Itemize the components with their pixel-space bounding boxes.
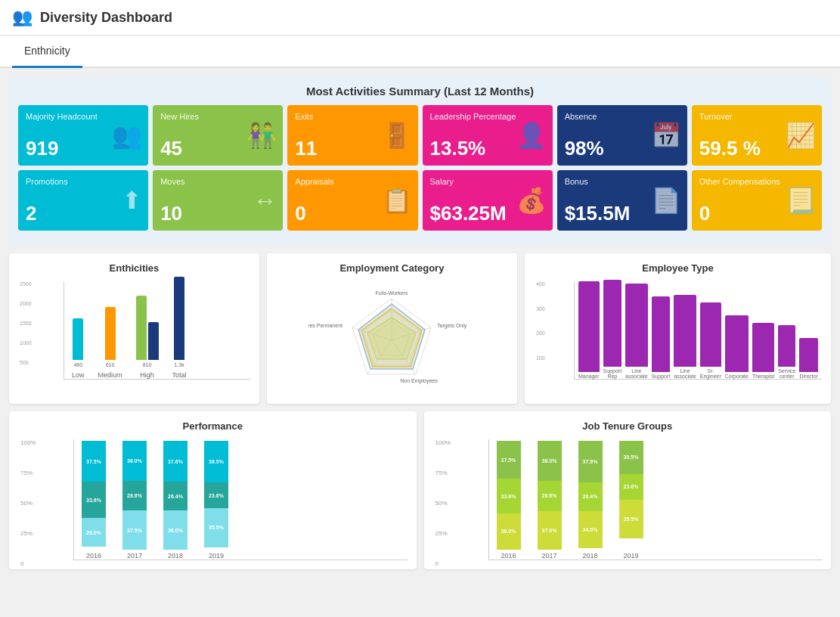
employee-type-title: Employee Type [534,262,822,274]
stack-segment: 33.6% [497,479,521,513]
kpi-icon: ⬆ [122,186,142,215]
enthicities-bars: 460Low610Medium810High1.3kTotal [64,281,250,380]
kpi-row-2: Promotions 2 ⬆ Moves 10 ↔ Appraisals 0 📋… [18,170,822,231]
performance-area: 100% 75% 50% 25% 0 37.5%33.6%26.0%201638… [18,439,408,560]
stacked-bar: 38.0%28.6%37.5% [122,441,147,550]
bar-x-label: Medium [98,371,122,379]
employment-category-title: Employment Category [276,262,508,274]
job-tenure-area: 100% 75% 50% 25% 0 37.5%33.6%36.0%201638… [433,439,823,560]
emp-bar [625,284,648,367]
stack-segment: 28.6% [122,481,147,511]
kpi-icon: 💰 [516,186,547,215]
stacked-bar: 38.0%28.6%37.0% [538,441,562,550]
svg-text:Inactives Permanent: Inactives Permanent [308,323,343,328]
kpi-row-1: Majority Headcount 919 👥 New Hires 45 👫 … [18,105,822,166]
performance-title: Performance [18,420,408,432]
stack-segment: 26.4% [578,482,603,511]
summary-title: Most Activities Summary (Last 12 Months) [18,85,822,98]
stacked-bar-group: 38.0%28.6%37.0%2017 [538,441,562,560]
stacked-bar-group: 37.9%26.4%34.0%2018 [578,441,603,560]
stacked-bar: 30.5%23.6%35.5% [619,441,643,550]
charts-row-2: Performance 100% 75% 50% 25% 0 37.5%33.6… [9,411,831,569]
stacked-bar: 38.5%23.6%35.5% [204,441,228,550]
bar-x-label: High [140,371,154,379]
performance-chart: Performance 100% 75% 50% 25% 0 37.5%33.6… [9,411,417,569]
kpi-tile-turnover: Turnover 59.5 % 📈 [692,105,822,166]
stack-segment: 26.0% [82,518,106,546]
tab-bar: Enthnicity [0,36,840,68]
stack-segment: 37.0% [538,511,562,550]
stacked-xlabel: 2018 [582,552,597,560]
radar-svg: Fulls-Workers Targets Only Non Employees… [308,281,475,395]
app-icon: 👥 [12,8,33,27]
stacked-bar-group: 38.0%28.6%37.5%2017 [122,441,147,560]
emp-bar [652,296,671,372]
stack-segment: 37.5% [82,441,106,482]
stacked-bar: 37.6%26.4%36.0% [163,441,188,550]
bar [174,277,184,360]
tenure-bars: 37.5%33.6%36.0%201638.0%28.6%37.0%201737… [488,439,823,560]
main-content: Most Activities Summary (Last 12 Months)… [0,68,840,586]
stack-segment: 34.0% [578,511,603,548]
emp-bar [674,295,696,367]
performance-bars: 37.5%33.6%26.0%201638.0%28.6%37.5%201737… [73,439,408,560]
kpi-icon: 📅 [651,121,681,150]
bar-x-label: Low [72,371,85,379]
stacked-xlabel: 2016 [501,552,516,560]
emp-bar-col: Support Rep [603,280,622,379]
bar-x-label: Total [172,371,187,379]
emp-bar [725,315,749,372]
stack-segment: 38.0% [122,441,147,481]
stack-segment: 30.5% [619,441,643,474]
emp-bar-label: Support Rep [603,368,622,379]
bar [148,322,159,360]
kpi-icon: 📃 [786,186,816,215]
kpi-icon: 👥 [112,121,142,150]
stack-segment: 38.0% [538,441,562,481]
charts-row-1: Enthicities 2500 2000 1500 1000 500 460L… [9,253,831,404]
emp-type-bars: ManagerSupport RepLine associateSupportL… [574,281,822,380]
employee-type-chart: Employee Type 400 300 200 100 ManagerSup… [525,253,831,404]
stack-segment: 33.6% [82,482,106,518]
emp-bar-col: Corporate [725,315,749,379]
stack-segment: 23.6% [619,474,643,500]
emp-bar [700,302,721,367]
emp-bar-col: Line associate [674,295,696,379]
bar-group: 460Low [72,318,85,379]
emp-bar-col: Support [652,296,671,379]
emp-bar-label: Support [652,374,671,379]
enthicities-chart: Enthicities 2500 2000 1500 1000 500 460L… [9,253,259,404]
stacked-xlabel: 2017 [541,552,556,560]
stack-segment: 28.6% [538,481,562,511]
stacked-xlabel: 2019 [623,552,638,560]
kpi-tile-appraisals: Appraisals 0 📋 [287,170,417,231]
bar [136,296,147,360]
kpi-tile-exits: Exits 11 🚪 [287,105,417,166]
svg-text:Targets Only: Targets Only [437,323,467,329]
enthicities-title: Enthicities [18,262,250,274]
stack-segment: 36.0% [163,510,188,550]
kpi-icon: 📈 [786,121,816,150]
stack-segment: 26.4% [163,482,188,510]
svg-text:Non Employees: Non Employees [401,378,439,384]
stacked-xlabel: 2016 [86,552,101,560]
emp-bar [578,281,600,372]
radar-container: Fulls-Workers Targets Only Non Employees… [276,281,508,395]
emp-bar-label: Line associate [674,368,696,379]
kpi-tile-salary: Salary $63.25M 💰 [423,170,553,231]
job-tenure-title: Job Tenure Groups [433,420,823,432]
kpi-icon: 👫 [246,121,277,150]
stacked-xlabel: 2019 [209,552,224,560]
stacked-bar-group: 30.5%23.6%35.5%2019 [619,441,643,560]
kpi-icon: 👤 [516,121,547,150]
employment-category-chart: Employment Category [267,253,517,404]
emp-bar-label: Manager [578,374,600,379]
kpi-icon: ↔ [253,187,277,215]
kpi-tile-majority-headcount: Majority Headcount 919 👥 [18,105,148,166]
emp-bar-col: Director [799,338,818,379]
app-title: Diversity Dashboard [40,10,172,26]
stacked-bar: 37.5%33.6%26.0% [82,441,106,550]
bar-group: 810High [136,296,159,379]
tab-ethnicity[interactable]: Enthnicity [12,36,82,68]
emp-bar-label: Therapist [752,374,774,379]
